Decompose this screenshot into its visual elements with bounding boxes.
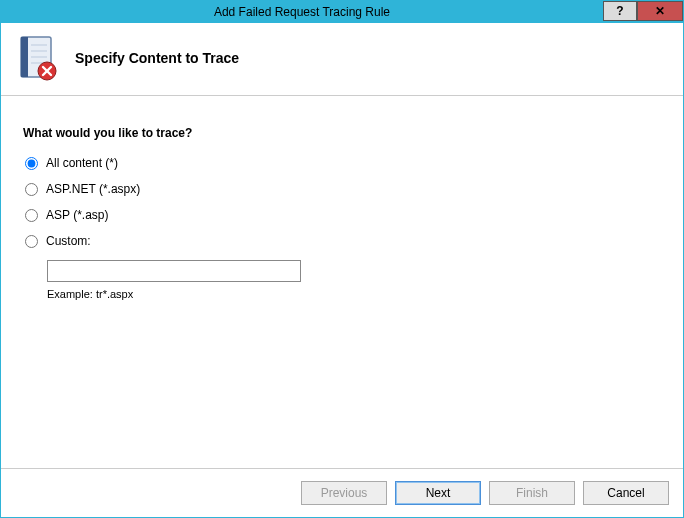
dialog-window: Add Failed Request Tracing Rule ? ✕ — [0, 0, 684, 518]
window-title: Add Failed Request Tracing Rule — [1, 1, 603, 23]
finish-button[interactable]: Finish — [489, 481, 575, 505]
help-icon: ? — [616, 4, 623, 18]
wizard-footer: Previous Next Finish Cancel — [1, 468, 683, 517]
radio-input-aspnet[interactable] — [25, 183, 38, 196]
radio-label-custom: Custom: — [46, 234, 91, 248]
radio-all-content[interactable]: All content (*) — [25, 156, 661, 170]
question-label: What would you like to trace? — [23, 126, 661, 140]
radio-label-all: All content (*) — [46, 156, 118, 170]
svg-rect-1 — [21, 37, 28, 77]
notebook-error-icon — [17, 35, 57, 81]
radio-input-asp[interactable] — [25, 209, 38, 222]
radio-label-asp: ASP (*.asp) — [46, 208, 108, 222]
radio-input-all[interactable] — [25, 157, 38, 170]
radio-label-aspnet: ASP.NET (*.aspx) — [46, 182, 140, 196]
radio-input-custom[interactable] — [25, 235, 38, 248]
titlebar-buttons: ? ✕ — [603, 1, 683, 23]
page-title: Specify Content to Trace — [75, 50, 239, 66]
close-icon: ✕ — [655, 4, 665, 18]
cancel-button[interactable]: Cancel — [583, 481, 669, 505]
next-button[interactable]: Next — [395, 481, 481, 505]
custom-input-wrap — [47, 260, 661, 282]
wizard-content: What would you like to trace? All conten… — [1, 96, 683, 468]
previous-button[interactable]: Previous — [301, 481, 387, 505]
radio-aspnet[interactable]: ASP.NET (*.aspx) — [25, 182, 661, 196]
custom-pattern-input[interactable] — [47, 260, 301, 282]
example-label: Example: tr*.aspx — [47, 288, 661, 300]
radio-asp[interactable]: ASP (*.asp) — [25, 208, 661, 222]
close-button[interactable]: ✕ — [637, 1, 683, 21]
help-button[interactable]: ? — [603, 1, 637, 21]
radio-custom[interactable]: Custom: — [25, 234, 661, 248]
titlebar: Add Failed Request Tracing Rule ? ✕ — [1, 1, 683, 23]
wizard-header: Specify Content to Trace — [1, 23, 683, 96]
